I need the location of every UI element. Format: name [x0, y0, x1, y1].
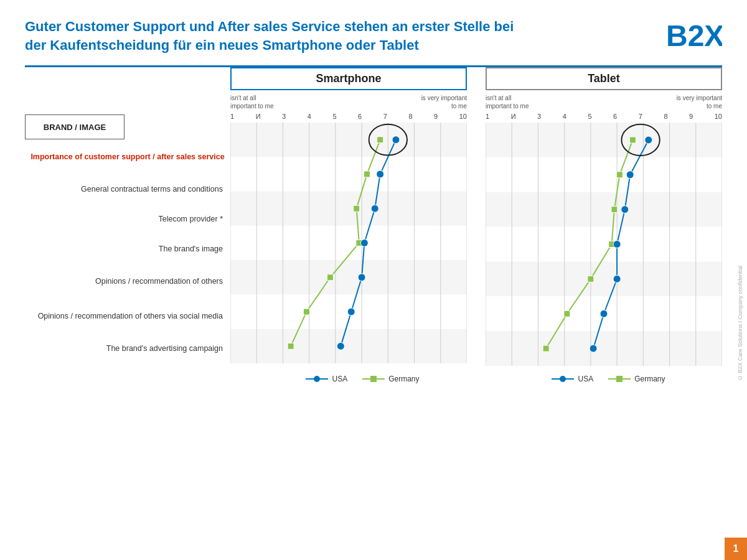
svg-point-66	[314, 376, 320, 382]
svg-rect-52	[611, 207, 618, 213]
tablet-axis-right: is very important to me	[672, 94, 722, 110]
svg-rect-50	[629, 137, 636, 143]
row-label-1: Importance of customer support / after s…	[25, 139, 230, 174]
svg-point-59	[621, 206, 629, 213]
svg-rect-37	[486, 262, 722, 297]
svg-point-70	[560, 376, 566, 382]
svg-point-58	[626, 171, 634, 179]
svg-point-62	[600, 310, 608, 318]
smartphone-axis-left: isn't at all important to me	[230, 94, 280, 110]
svg-point-57	[645, 136, 652, 144]
tablet-usa-legend: USA	[552, 375, 593, 383]
chart-legends: USA Germany USA Germany	[0, 368, 747, 383]
smartphone-plot	[230, 123, 467, 368]
svg-rect-5	[230, 261, 467, 295]
svg-text:B2X: B2X	[666, 20, 722, 51]
svg-rect-54	[588, 276, 594, 282]
svg-rect-68	[370, 376, 377, 382]
smartphone-axis-numbers: 1И345678910	[230, 111, 467, 123]
svg-point-63	[590, 345, 597, 352]
tablet-legend: USA Germany	[495, 375, 722, 383]
svg-rect-20	[354, 206, 360, 212]
row-labels: BRAND / IMAGE Importance of customer sup…	[25, 67, 230, 368]
smartphone-title: Smartphone	[230, 67, 467, 90]
svg-rect-7	[230, 329, 467, 363]
watermark: © B2X Care Solutions I Company confident…	[733, 124, 747, 523]
svg-rect-23	[303, 309, 309, 315]
svg-point-31	[337, 343, 344, 350]
svg-rect-39	[486, 332, 722, 366]
smartphone-legend: USA Germany	[249, 375, 476, 383]
tablet-title: Tablet	[486, 67, 722, 90]
svg-rect-34	[486, 157, 722, 192]
svg-rect-22	[327, 274, 333, 281]
svg-rect-51	[616, 172, 622, 178]
smartphone-usa-legend: USA	[306, 375, 347, 383]
smartphone-germany-legend: Germany	[362, 375, 419, 383]
svg-point-60	[613, 241, 621, 248]
svg-point-25	[392, 136, 400, 144]
svg-point-28	[360, 240, 368, 247]
row-label-6: Opinions / recommendation of others via …	[25, 299, 230, 334]
tablet-axis-left: isn't at all important to me	[486, 94, 535, 110]
svg-rect-3	[230, 192, 467, 226]
row-label-5: Opinions / recommendation of others	[25, 264, 230, 299]
svg-rect-1	[230, 123, 467, 157]
row-label-7: The brand's advertising campaign	[25, 334, 230, 363]
svg-rect-19	[364, 171, 370, 177]
svg-rect-72	[616, 376, 622, 382]
svg-rect-24	[288, 343, 294, 350]
svg-point-30	[347, 308, 355, 315]
svg-point-29	[358, 274, 365, 281]
svg-rect-33	[486, 123, 722, 157]
page-number: 1	[725, 538, 747, 560]
svg-point-27	[371, 205, 378, 213]
smartphone-axis-right: is very important to me	[417, 94, 467, 110]
b2x-logo: B2X	[666, 20, 722, 51]
tablet-axis-numbers: 1И345678910	[486, 111, 722, 123]
svg-rect-55	[564, 311, 570, 317]
svg-rect-2	[230, 157, 467, 192]
tablet-plot	[486, 123, 722, 368]
tablet-germany-legend: Germany	[608, 375, 665, 383]
row-label-3: Telecom provider *	[25, 204, 230, 234]
svg-point-26	[377, 170, 384, 178]
svg-rect-35	[486, 192, 722, 227]
smartphone-chart: Smartphone isn't at all important to me …	[230, 67, 467, 368]
svg-rect-18	[377, 137, 383, 143]
svg-rect-56	[543, 345, 549, 352]
row-label-4: The brand's image	[25, 234, 230, 264]
brand-image-label: BRAND / IMAGE	[25, 114, 125, 139]
svg-point-61	[613, 276, 621, 283]
tablet-chart: Tablet isn't at all important to me is v…	[486, 67, 722, 368]
page-title: Guter Customer Support und After sales S…	[25, 17, 535, 54]
row-label-2: General contractual terms and conditions	[25, 174, 230, 204]
